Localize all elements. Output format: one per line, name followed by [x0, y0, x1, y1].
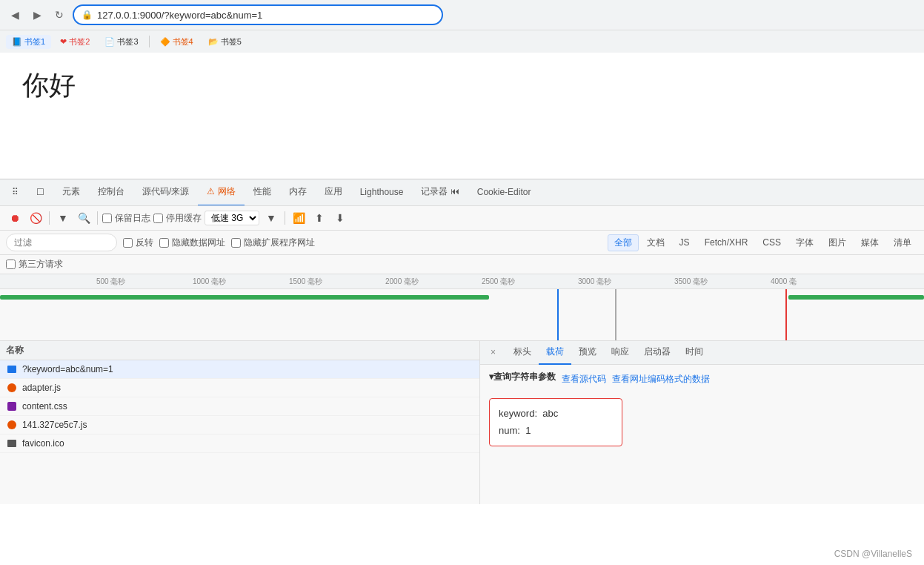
tab-sources[interactable]: 源代码/来源 — [133, 179, 198, 206]
row-name-1: adapter.js — [22, 383, 473, 393]
close-tab-button[interactable]: × — [483, 341, 503, 365]
tab-payload[interactable]: 载荷 — [539, 341, 571, 365]
filter-type-buttons: 全部 文档 JS Fetch/XHR CSS 字体 图片 媒体 清单 — [608, 234, 918, 251]
main-panel: 名称 ?keyword=abc&num=1 adapter.js content… — [0, 341, 924, 504]
bookmark-1[interactable]: 📘 书签1 — [6, 35, 51, 49]
type-btn-img[interactable]: 图片 — [822, 234, 853, 251]
hide-extension-checkbox[interactable] — [231, 238, 241, 248]
left-panel: 名称 ?keyword=abc&num=1 adapter.js content… — [0, 341, 480, 504]
tab-responsive[interactable]: ☐ — [27, 179, 53, 206]
third-party-label[interactable]: 第三方请求 — [6, 258, 918, 271]
preserve-log-label[interactable]: 保留日志 — [102, 212, 150, 225]
record-button[interactable]: ⏺ — [6, 209, 24, 227]
reverse-label[interactable]: 反转 — [123, 237, 153, 249]
disable-cache-checkbox[interactable] — [153, 214, 163, 223]
view-url-encoded-link[interactable]: 查看网址编码格式的数据 — [612, 373, 710, 386]
type-btn-js[interactable]: JS — [673, 235, 697, 250]
speed-dropdown-button[interactable]: ▼ — [262, 209, 280, 227]
download-button[interactable]: ⬇ — [331, 209, 349, 227]
bookmark-2[interactable]: ❤ 书签2 — [54, 35, 96, 49]
hide-data-urls-checkbox[interactable] — [159, 238, 169, 248]
tab-selector[interactable]: ⠿ — [3, 179, 27, 206]
address-input[interactable] — [97, 10, 434, 21]
row-name-3: 141.327ce5c7.js — [22, 420, 473, 430]
tab-initiator[interactable]: 启动器 — [637, 341, 678, 365]
tab-response[interactable]: 响应 — [604, 341, 637, 365]
tab-timing[interactable]: 时间 — [678, 341, 711, 365]
right-tabs: × 标头 载荷 预览 响应 启动器 时间 — [480, 341, 924, 365]
payload-row-keyword: keyword: abc — [499, 405, 613, 422]
timeline-bars — [0, 289, 924, 341]
hide-data-urls-label[interactable]: 隐藏数据网址 — [159, 237, 225, 249]
type-btn-media[interactable]: 媒体 — [854, 234, 885, 251]
filter-input[interactable] — [6, 234, 117, 251]
purple-check-icon — [7, 402, 16, 411]
type-btn-font[interactable]: 字体 — [789, 234, 820, 251]
filter-button[interactable]: ▼ — [54, 209, 72, 227]
devtools: ⠿ ☐ 元素 控制台 源代码/来源 ⚠ 网络 性能 内存 应用 Lighthou… — [0, 179, 924, 504]
ruler-mark-3500: 3500 毫秒 — [674, 277, 771, 287]
tab-headers[interactable]: 标头 — [506, 341, 539, 365]
third-party-bar: 第三方请求 — [0, 255, 924, 274]
row-icon-0 — [6, 363, 18, 375]
ruler-mark-2000: 2000 毫秒 — [385, 277, 482, 287]
wifi-icon: 📶 — [290, 209, 308, 227]
address-bar[interactable]: 🔒 — [73, 4, 443, 25]
network-row-4[interactable]: favicon.ico — [0, 435, 479, 453]
type-btn-fetch[interactable]: Fetch/XHR — [698, 235, 755, 250]
right-panel: × 标头 载荷 预览 响应 启动器 时间 ▾查询字符串参数 查看源代码 查看网址… — [480, 341, 924, 504]
reload-button[interactable]: ↻ — [50, 6, 68, 24]
clear-button[interactable]: 🚫 — [27, 209, 44, 227]
row-name-0: ?keyword=abc&num=1 — [22, 364, 473, 374]
network-row-0[interactable]: ?keyword=abc&num=1 — [0, 360, 479, 379]
tab-network[interactable]: ⚠ 网络 — [198, 179, 244, 206]
type-btn-css[interactable]: CSS — [756, 235, 788, 250]
tab-memory[interactable]: 内存 — [280, 179, 316, 206]
tab-console[interactable]: 控制台 — [89, 179, 133, 206]
type-btn-all[interactable]: 全部 — [608, 234, 639, 251]
network-row-1[interactable]: adapter.js — [0, 379, 479, 397]
payload-section-title: ▾查询字符串参数 — [489, 371, 556, 383]
back-button[interactable]: ◀ — [6, 6, 24, 24]
row-icon-4 — [6, 437, 18, 449]
payload-box: keyword: abc num: 1 — [489, 398, 622, 446]
tab-performance[interactable]: 性能 — [245, 179, 280, 206]
ruler-mark-3000: 3000 毫秒 — [578, 277, 674, 287]
bookmark-3[interactable]: 📄 书签3 — [99, 35, 144, 49]
upload-button[interactable]: ⬆ — [310, 209, 328, 227]
preserve-log-checkbox[interactable] — [102, 214, 112, 223]
timeline-blue-line — [557, 289, 559, 341]
bookmark-4[interactable]: 🔶 书签4 — [154, 35, 199, 49]
bookmark-5[interactable]: 📂 书签5 — [202, 35, 247, 49]
browser-chrome: ◀ ▶ ↻ 🔒 — [0, 0, 924, 30]
row-name-4: favicon.ico — [22, 438, 473, 449]
tab-cookie-editor[interactable]: Cookie-Editor — [468, 179, 540, 206]
payload-row-num: num: 1 — [499, 422, 613, 439]
orange-circle-icon-1 — [7, 383, 16, 392]
tab-lighthouse[interactable]: Lighthouse — [351, 179, 413, 206]
ruler-mark-2500: 2500 毫秒 — [482, 277, 578, 287]
network-row-2[interactable]: content.css — [0, 397, 479, 416]
network-row-3[interactable]: 141.327ce5c7.js — [0, 416, 479, 435]
bookmark-separator — [149, 36, 150, 47]
tab-elements[interactable]: 元素 — [53, 179, 89, 206]
lock-icon: 🔒 — [82, 10, 93, 20]
timeline-area[interactable]: 500 毫秒 1000 毫秒 1500 毫秒 2000 毫秒 2500 毫秒 3… — [0, 274, 924, 341]
view-source-link[interactable]: 查看源代码 — [562, 373, 606, 386]
tab-preview[interactable]: 预览 — [571, 341, 604, 365]
reverse-checkbox[interactable] — [123, 238, 133, 248]
type-btn-doc[interactable]: 文档 — [640, 234, 671, 251]
type-btn-manifest[interactable]: 清单 — [887, 234, 918, 251]
search-button[interactable]: 🔍 — [75, 209, 93, 227]
disable-cache-label[interactable]: 停用缓存 — [153, 212, 202, 225]
timeline-ruler: 500 毫秒 1000 毫秒 1500 毫秒 2000 毫秒 2500 毫秒 3… — [0, 274, 924, 289]
ruler-mark-4000: 4000 毫 — [771, 277, 830, 287]
third-party-checkbox[interactable] — [6, 260, 16, 269]
footer: CSDN @VillanelleS — [834, 549, 912, 559]
page-content: 你好 — [0, 53, 924, 179]
hide-extension-label[interactable]: 隐藏扩展程序网址 — [231, 237, 315, 249]
tab-recorder[interactable]: 记录器 ⏮ — [412, 179, 468, 206]
tab-application[interactable]: 应用 — [316, 179, 351, 206]
forward-button[interactable]: ▶ — [28, 6, 46, 24]
network-speed-select[interactable]: 低速 3G 快速 3G 在线 离线 — [205, 211, 259, 225]
